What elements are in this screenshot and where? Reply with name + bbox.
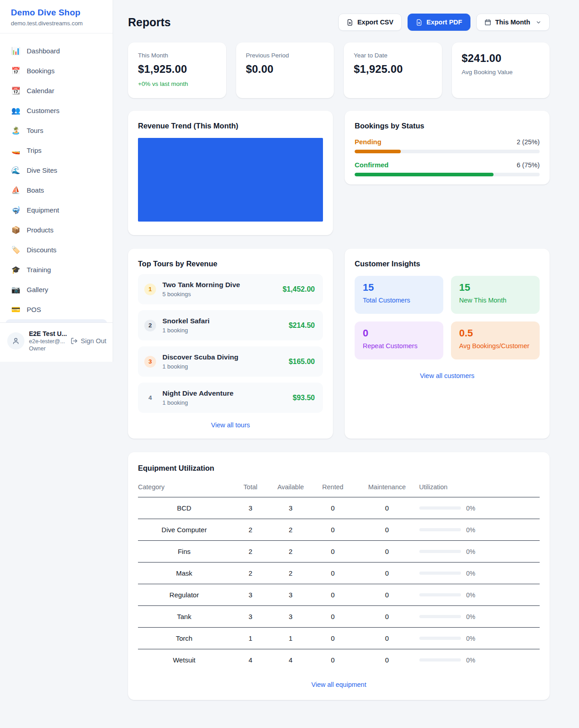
stat-card-this-month: This Month $1,925.00 +0% vs last month — [128, 43, 226, 98]
status-row-confirmed: Confirmed 6 (75%) — [355, 161, 540, 176]
top-tours-card: Top Tours by Revenue 1 Two Tank Morning … — [128, 249, 333, 439]
header-actions: Export CSV Export PDF This Month — [338, 14, 550, 31]
sidebar-item-calendar[interactable]: 📆 Calendar — [0, 80, 113, 100]
equipment-utilization-card: Equipment Utilization Category Total Ava… — [128, 452, 550, 700]
sidebar-item-equipment[interactable]: 🤿 Equipment — [0, 200, 113, 220]
utilization-bar — [419, 572, 461, 575]
pending-label: Pending — [355, 138, 381, 146]
utilization-bar — [419, 615, 461, 618]
export-csv-button[interactable]: Export CSV — [338, 14, 402, 31]
table-row: Tank 3 3 0 0 0% — [138, 606, 540, 628]
table-row: Dive Computer 2 2 0 0 0% — [138, 519, 540, 541]
table-row: Fins 2 2 0 0 0% — [138, 541, 540, 563]
utilization-bar — [419, 593, 461, 596]
export-pdf-button[interactable]: Export PDF — [408, 14, 470, 31]
chevron-down-icon — [536, 19, 541, 25]
user-name: E2E Test U... — [29, 330, 66, 337]
sidebar: Demo Dive Shop demo.test.divestreams.com… — [0, 0, 113, 362]
top-tours-title: Top Tours by Revenue — [138, 260, 323, 268]
page-header: Reports Export CSV Export PDF This Month — [128, 14, 550, 31]
tour-revenue: $165.00 — [289, 358, 315, 366]
stat-card-year-to-date: Year to Date $1,925.00 — [344, 43, 442, 98]
products-icon: 📦 — [11, 226, 20, 234]
sidebar-nav: 📊 Dashboard 📅 Bookings 📆 Calendar 👥 Cust… — [0, 33, 113, 325]
revenue-trend-chart — [138, 138, 323, 222]
sidebar-item-tours[interactable]: 🏝️ Tours — [0, 120, 113, 140]
confirmed-bar-track — [355, 173, 540, 176]
stat-card-avg-booking: $241.00 Avg Booking Value — [452, 43, 550, 98]
user-email: e2e-tester@... — [29, 338, 66, 345]
sidebar-item-dashboard[interactable]: 📊 Dashboard — [0, 41, 113, 61]
brand: Demo Dive Shop demo.test.divestreams.com — [0, 0, 113, 33]
avatar — [7, 332, 24, 350]
view-all-equipment-link[interactable]: View all equipment — [138, 681, 540, 688]
sidebar-item-training[interactable]: 🎓 Training — [0, 260, 113, 279]
utilization-bar — [419, 637, 461, 640]
table-row: Mask 2 2 0 0 0% — [138, 563, 540, 584]
tours-icon: 🏝️ — [11, 126, 20, 135]
confirmed-count: 6 (75%) — [517, 161, 540, 169]
sidebar-item-products[interactable]: 📦 Products — [0, 220, 113, 240]
tour-row[interactable]: 1 Two Tank Morning Dive 5 bookings $1,45… — [138, 274, 323, 304]
equipment-header-row: Category Total Available Rented Maintena… — [138, 480, 540, 497]
utilization-bar — [419, 506, 461, 510]
calendar-icon: 📆 — [11, 86, 20, 95]
tour-row[interactable]: 2 Snorkel Safari 1 booking $214.50 — [138, 310, 323, 340]
sidebar-item-trips[interactable]: 🚤 Trips — [0, 140, 113, 160]
tile-avg-bookings: 0.5 Avg Bookings/Customer — [451, 321, 540, 359]
user-icon — [12, 337, 20, 345]
page-title: Reports — [128, 16, 171, 29]
avg-booking-value: $241.00 — [462, 52, 540, 65]
dashboard-icon: 📊 — [11, 47, 20, 55]
table-row: BCD 3 3 0 0 0% — [138, 497, 540, 519]
pending-bar-track — [355, 150, 540, 153]
stat-card-previous-period: Previous Period $0.00 — [236, 43, 334, 98]
bookings-by-status-title: Bookings by Status — [355, 122, 540, 130]
this-month-delta: +0% vs last month — [138, 80, 216, 87]
sidebar-item-boats[interactable]: ⛵ Boats — [0, 180, 113, 200]
tile-new-this-month: 15 New This Month — [451, 276, 540, 314]
equipment-table: Category Total Available Rented Maintena… — [138, 480, 540, 671]
tour-revenue: $1,452.00 — [283, 285, 315, 293]
sidebar-item-discounts[interactable]: 🏷️ Discounts — [0, 240, 113, 260]
utilization-bar — [419, 528, 461, 531]
table-row: Torch 1 1 0 0 0% — [138, 628, 540, 649]
shop-name: Demo Dive Shop — [11, 8, 102, 18]
sign-out-icon — [71, 337, 78, 345]
equipment-icon: 🤿 — [11, 206, 20, 214]
customer-insights-title: Customer Insights — [355, 260, 540, 268]
dive-sites-icon: 🌊 — [11, 166, 20, 175]
boats-icon: ⛵ — [11, 186, 20, 194]
tile-total-customers: 15 Total Customers — [355, 276, 443, 314]
gallery-icon: 📷 — [11, 285, 20, 294]
discounts-icon: 🏷️ — [11, 246, 20, 254]
revenue-trend-card: Revenue Trend (This Month) — [128, 111, 333, 235]
stats-row: This Month $1,925.00 +0% vs last month P… — [128, 43, 550, 98]
view-all-tours-link[interactable]: View all tours — [138, 421, 323, 429]
sidebar-item-customers[interactable]: 👥 Customers — [0, 100, 113, 120]
sidebar-item-dive-sites[interactable]: 🌊 Dive Sites — [0, 160, 113, 180]
customer-insights-card: Customer Insights 15 Total Customers 15 … — [345, 249, 550, 439]
tour-row[interactable]: 3 Discover Scuba Diving 1 booking $165.0… — [138, 346, 323, 377]
shop-domain: demo.test.divestreams.com — [11, 20, 102, 27]
period-dropdown[interactable]: This Month — [476, 14, 550, 31]
user-info: E2E Test U... e2e-tester@... Owner — [29, 330, 66, 352]
insight-tiles: 15 Total Customers 15 New This Month 0 R… — [355, 276, 540, 359]
this-month-value: $1,925.00 — [138, 63, 216, 76]
utilization-bar — [419, 550, 461, 553]
revenue-trend-title: Revenue Trend (This Month) — [138, 122, 323, 130]
status-row-pending: Pending 2 (25%) — [355, 138, 540, 153]
user-role: Owner — [29, 345, 66, 352]
bookings-by-status-card: Bookings by Status Pending 2 (25%) Confi… — [345, 111, 550, 184]
sidebar-item-gallery[interactable]: 📷 Gallery — [0, 279, 113, 299]
rank-badge: 1 — [144, 284, 156, 295]
sidebar-item-pos[interactable]: 💳 POS — [0, 299, 113, 319]
tile-repeat-customers: 0 Repeat Customers — [355, 321, 443, 359]
view-all-customers-link[interactable]: View all customers — [355, 372, 540, 379]
sidebar-user-footer: E2E Test U... e2e-tester@... Owner Sign … — [0, 322, 113, 362]
training-icon: 🎓 — [11, 265, 20, 274]
tour-row[interactable]: 4 Night Dive Adventure 1 booking $93.50 — [138, 383, 323, 413]
sidebar-item-bookings[interactable]: 📅 Bookings — [0, 61, 113, 80]
sign-out-button[interactable]: Sign Out — [71, 337, 106, 345]
table-row: Regulator 3 3 0 0 0% — [138, 584, 540, 606]
